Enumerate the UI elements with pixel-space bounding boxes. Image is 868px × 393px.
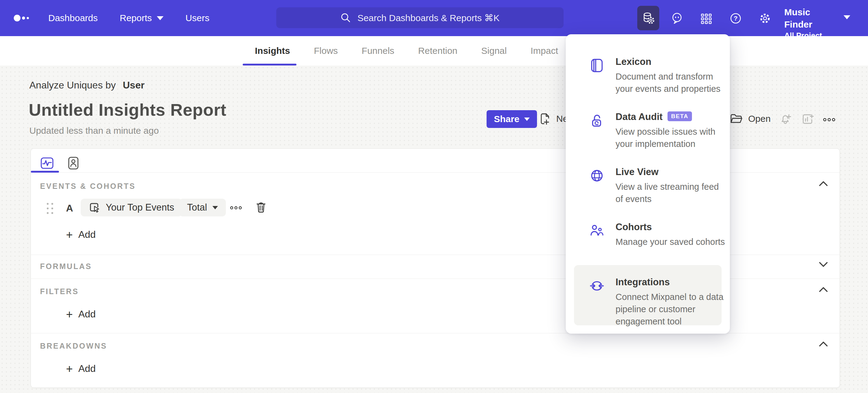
data-audit-lock-icon: [590, 113, 604, 128]
live-view-globe-icon: [590, 168, 604, 183]
alert-add-button[interactable]: [778, 112, 792, 126]
menu-item-title: Data Audit: [616, 111, 662, 122]
help-icon: ?: [729, 11, 742, 25]
add-to-board-button[interactable]: [800, 112, 814, 126]
integrations-sync-icon: [590, 279, 604, 293]
menu-item-cohorts[interactable]: Cohorts Manage your saved cohorts: [566, 221, 730, 275]
tab-user-profiles[interactable]: [65, 155, 82, 171]
data-management-menu: Lexicon Document and transform your even…: [566, 34, 730, 334]
section-label-breakdowns: BREAKDOWNS: [40, 342, 107, 350]
tab-flows[interactable]: Flows: [314, 46, 338, 56]
mixpanel-logo-icon[interactable]: [13, 13, 31, 23]
analyze-by-control[interactable]: Analyze Uniques by User: [29, 80, 145, 91]
section-label-filters: FILTERS: [40, 287, 79, 296]
tab-insights[interactable]: Insights: [255, 46, 290, 56]
share-label: Share: [494, 114, 519, 124]
series-letter: A: [66, 203, 73, 214]
pulse-chart-tab-icon: [40, 157, 54, 170]
menu-item-data-audit[interactable]: Data Audit BETA View possible issues wit…: [566, 111, 730, 165]
tab-metrics[interactable]: [39, 155, 55, 171]
collapse-section-button[interactable]: [819, 286, 828, 292]
nav-item-users[interactable]: Users: [186, 13, 209, 23]
menu-item-live-view[interactable]: Live View View a live streaming feed of …: [566, 166, 730, 220]
search-placeholder: Search Dashboards & Reports ⌘K: [357, 12, 499, 23]
settings-button[interactable]: [758, 11, 772, 25]
menu-item-integrations[interactable]: Integrations Connect Mixpanel to a data …: [566, 276, 730, 330]
report-tabs: Insights Flows Funnels Retention Signal …: [255, 36, 558, 65]
add-label: Add: [78, 363, 96, 374]
menu-item-description: Document and transform your events and p…: [616, 71, 727, 95]
tab-impact[interactable]: Impact: [531, 46, 558, 56]
nav-item-label: Dashboards: [48, 13, 98, 23]
menu-item-title: Integrations: [616, 277, 670, 288]
trash-icon: [255, 200, 268, 214]
search-input[interactable]: Search Dashboards & Reports ⌘K: [276, 7, 564, 28]
folder-open-icon: [729, 112, 743, 125]
expand-section-button[interactable]: [819, 261, 828, 268]
profile-tab-icon: [67, 156, 80, 170]
open-report-button[interactable]: Open: [729, 112, 771, 125]
row-more-button[interactable]: [229, 201, 243, 215]
analyze-label: Analyze Uniques by: [29, 80, 116, 91]
menu-item-description: View a live streaming feed of events: [616, 180, 727, 205]
nav-item-label: Users: [186, 13, 209, 23]
lexicon-book-icon: [590, 58, 604, 73]
section-label-formulas: FORMULAS: [40, 262, 92, 271]
data-management-button[interactable]: [637, 6, 659, 30]
add-breakdown-button[interactable]: + Add: [66, 363, 96, 374]
event-name: Your Top Events: [106, 202, 174, 213]
nav-item-label: Reports: [120, 13, 152, 23]
collapse-section-button[interactable]: [819, 180, 828, 187]
svg-text:?: ?: [734, 15, 738, 22]
analyze-value[interactable]: User: [123, 80, 145, 91]
cohorts-people-icon: [590, 223, 604, 238]
menu-item-title: Live View: [616, 167, 659, 177]
apps-button[interactable]: [700, 11, 713, 25]
add-label: Add: [78, 229, 96, 240]
tab-signal[interactable]: Signal: [482, 46, 507, 56]
apps-grid-icon: [700, 11, 713, 25]
menu-item-lexicon[interactable]: Lexicon Document and transform your even…: [566, 56, 730, 110]
chevron-down-icon[interactable]: [843, 15, 850, 19]
bell-add-icon: [778, 112, 792, 126]
more-ellipsis-icon: [822, 113, 836, 126]
mixpanel-app: Dashboards Reports Users Search Dashboar…: [0, 0, 868, 393]
collapse-section-button[interactable]: [819, 341, 828, 347]
metric-name: Total: [187, 202, 207, 213]
menu-item-description: View possible issues with your implement…: [616, 125, 727, 150]
project-name: Music Finder: [784, 6, 839, 31]
event-click-icon: [89, 202, 100, 213]
delete-row-button[interactable]: [254, 200, 268, 214]
more-options-button[interactable]: [822, 113, 836, 127]
plus-icon: +: [66, 230, 73, 240]
plus-icon: +: [66, 309, 73, 319]
nav-item-dashboards[interactable]: Dashboards: [48, 13, 98, 23]
open-label: Open: [748, 114, 771, 124]
add-event-button[interactable]: + Add: [66, 229, 96, 240]
document-add-icon: [538, 112, 551, 125]
chevron-down-icon: [212, 206, 218, 209]
metric-selector-pill[interactable]: Total: [179, 199, 226, 216]
nav-links: Dashboards Reports Users: [48, 0, 209, 36]
menu-item-description: Connect Mixpanel to a data pipeline or c…: [616, 291, 727, 328]
tab-retention[interactable]: Retention: [418, 46, 457, 56]
menu-item-title: Cohorts: [616, 222, 652, 233]
menu-item-title: Lexicon: [616, 56, 651, 67]
chevron-down-icon: [524, 117, 530, 121]
more-ellipsis-icon: [229, 202, 243, 214]
search-icon: [340, 12, 351, 23]
feedback-bubble-icon: [670, 11, 684, 25]
add-filter-button[interactable]: + Add: [66, 309, 96, 320]
nav-item-reports[interactable]: Reports: [120, 13, 163, 23]
drag-handle[interactable]: [47, 203, 53, 214]
event-selector-pill[interactable]: Your Top Events: [81, 199, 182, 216]
help-button[interactable]: ?: [729, 11, 742, 25]
feedback-button[interactable]: [670, 11, 684, 25]
menu-item-description: Manage your saved cohorts: [616, 236, 727, 248]
share-button[interactable]: Share: [487, 110, 537, 128]
page-title[interactable]: Untitled Insights Report: [29, 100, 226, 120]
data-management-icon: [642, 11, 655, 25]
beta-badge: BETA: [668, 111, 692, 121]
chevron-down-icon: [157, 16, 163, 20]
tab-funnels[interactable]: Funnels: [362, 46, 394, 56]
